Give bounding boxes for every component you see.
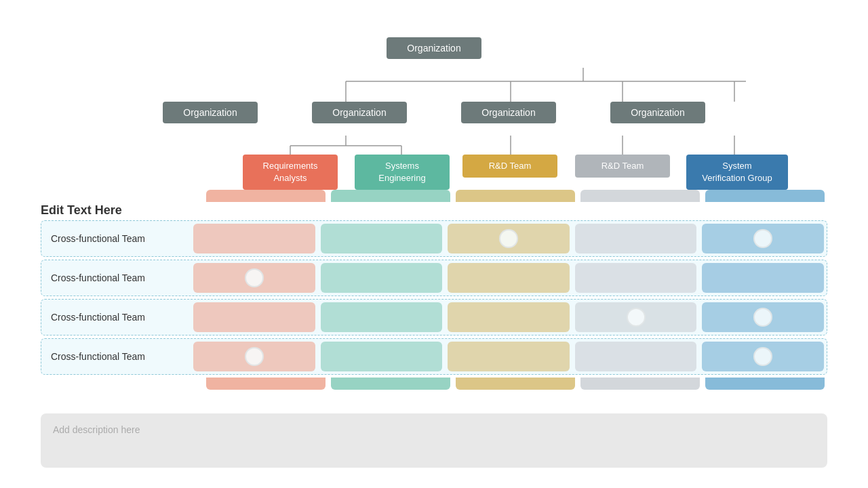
circle-2-4 xyxy=(753,308,772,327)
col-bottom-silver xyxy=(580,378,700,390)
circle-0-2 xyxy=(499,229,518,248)
matrix-row-3: Cross-functional Team xyxy=(41,338,827,375)
l1-org-box-3[interactable]: Organization xyxy=(610,102,705,123)
cell-0-4[interactable] xyxy=(702,224,824,253)
col-top-silver xyxy=(580,190,700,202)
col-bottom-gold xyxy=(456,378,575,390)
col-bottom-salmon xyxy=(206,378,326,390)
col-top-blue xyxy=(705,190,825,202)
cell-2-2[interactable] xyxy=(448,302,570,332)
cell-2-0[interactable] xyxy=(193,302,315,332)
cell-1-3[interactable] xyxy=(575,263,697,293)
matrix-section: Edit Text Here Cross-functional Team Cro… xyxy=(41,190,827,390)
cell-2-3[interactable] xyxy=(575,302,697,332)
col-bottom-blue xyxy=(705,378,825,390)
cell-3-4[interactable] xyxy=(702,342,824,371)
circle-1-0 xyxy=(245,268,264,287)
l1-org-box-2[interactable]: Organization xyxy=(461,102,556,123)
cell-1-1[interactable] xyxy=(321,263,443,293)
circle-2-3 xyxy=(627,308,646,327)
matrix-row-label-header: Edit Text Here xyxy=(41,203,203,218)
cell-3-2[interactable] xyxy=(448,342,570,371)
cell-0-0[interactable] xyxy=(193,224,315,253)
cell-3-0[interactable] xyxy=(193,342,315,371)
matrix-row-0: Cross-functional Team xyxy=(41,220,827,257)
col-top-gold xyxy=(456,190,575,202)
l2-box-rd-gold[interactable]: R&D Team xyxy=(462,155,557,178)
row-label-0: Cross-functional Team xyxy=(41,221,191,256)
cell-3-1[interactable] xyxy=(321,342,443,371)
l1-org-box-1[interactable]: Organization xyxy=(312,102,407,123)
cell-1-0[interactable] xyxy=(193,263,315,293)
description-placeholder: Add description here xyxy=(53,424,140,435)
cell-3-3[interactable] xyxy=(575,342,697,371)
root-org-box[interactable]: Organization xyxy=(387,37,481,59)
matrix-row-2: Cross-functional Team xyxy=(41,299,827,336)
l2-box-requirements[interactable]: RequirementsAnalysts xyxy=(243,155,338,190)
row-label-3: Cross-functional Team xyxy=(41,339,191,374)
description-box[interactable]: Add description here xyxy=(41,413,827,468)
row-label-2: Cross-functional Team xyxy=(41,300,191,335)
col-top-teal xyxy=(331,190,450,202)
row-label-1: Cross-functional Team xyxy=(41,260,191,296)
l2-box-systems[interactable]: SystemsEngineering xyxy=(355,155,450,190)
diagram-container: Organization Organization Organization O… xyxy=(0,0,868,488)
circle-3-0 xyxy=(245,347,264,366)
circle-0-4 xyxy=(753,229,772,248)
cell-0-2[interactable] xyxy=(448,224,570,253)
l1-org-box-0[interactable]: Organization xyxy=(163,102,258,123)
cell-1-2[interactable] xyxy=(448,263,570,293)
cell-0-1[interactable] xyxy=(321,224,443,253)
cell-1-4[interactable] xyxy=(702,263,824,293)
cell-2-4[interactable] xyxy=(702,302,824,332)
cell-0-3[interactable] xyxy=(575,224,697,253)
l2-box-svg-group[interactable]: SystemVerification Group xyxy=(686,155,788,190)
matrix-row-1: Cross-functional Team xyxy=(41,260,827,296)
col-top-salmon xyxy=(206,190,326,202)
cell-2-1[interactable] xyxy=(321,302,443,332)
col-bottom-teal xyxy=(331,378,450,390)
l2-box-rd-silver[interactable]: R&D Team xyxy=(575,155,670,178)
circle-3-4 xyxy=(753,347,772,366)
